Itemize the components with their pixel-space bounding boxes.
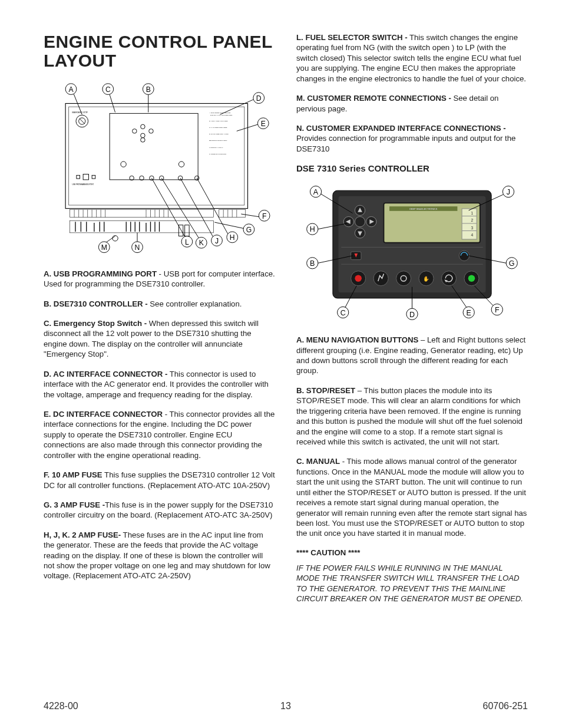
item-L: L. FUEL SELECTOR SWITCH - This switch ch… [296,32,528,84]
callout-A: A [68,85,74,94]
ctrl-item-C: C. MANUAL - This mode allows manual cont… [296,456,528,538]
svg-rect-98 [462,209,477,239]
caution-body: IF THE POWER FAILS WHILE RUNNING IN THE … [296,563,528,604]
svg-point-122 [373,271,388,286]
svg-rect-5 [110,113,198,180]
ctrl-callout-A: A [313,188,319,196]
svg-text:4: 4 [471,233,474,237]
svg-text:✋: ✋ [423,275,429,282]
svg-point-127 [442,271,457,286]
ctrl-callout-D: D [409,311,415,319]
callout-E: E [261,120,266,128]
svg-rect-67 [185,225,190,236]
ctrl-item-B: B. STOP/RESET – This button places the m… [296,386,528,447]
svg-rect-0 [65,103,247,208]
svg-rect-30 [70,209,214,217]
ctrl-callout-F: F [495,306,500,314]
item-B: B. DSE7310 CONTROLLER - See controller e… [44,299,275,309]
svg-text:1: 1 [471,211,474,215]
item-G: G. 3 AMP FUSE -This fuse is in the power… [44,500,275,521]
svg-point-130 [468,275,475,282]
svg-text:CLEARS ALARM. PROVIDES TEST: CLEARS ALARM. PROVIDES TEST [210,114,233,116]
svg-point-6 [133,129,137,133]
ctrl-callout-H: H [310,226,315,234]
svg-point-121 [355,275,362,282]
svg-text:C. LAMP TEST/MENU USED: C. LAMP TEST/MENU USED [209,127,227,129]
svg-text:G. PRESS START BUTTON: G. PRESS START BUTTON [209,153,227,154]
svg-line-81 [214,222,243,228]
svg-line-75 [220,100,253,114]
svg-text:F. CONFIRM MANUAL: F. CONFIRM MANUAL [209,146,223,148]
tiny-label-estop: EMERGENCY STOP [72,111,87,114]
ctrl-screen-label: DEEP SEA ELECTRONICS [409,208,438,210]
item-M: M. CUSTOMER REMOTE CONNECTIONS - See det… [296,93,528,114]
ctrl-callout-B: B [310,259,315,268]
svg-line-91 [107,236,115,242]
ctrl-callout-J: J [507,188,510,196]
footer-page: 13 [44,701,528,711]
controller-figure: DEEP SEA ELECTRONICS 1 2 3 4 [296,179,528,327]
svg-point-8 [149,129,154,133]
callout-L: L [185,238,189,246]
callout-M: M [101,243,107,252]
svg-line-77 [237,124,258,131]
svg-point-10 [141,137,146,142]
tiny-label-usb: USB PROGRAMMING PORT [72,183,94,186]
item-F: F. 10 AMP FUSE This fuse supplies the DS… [44,470,275,490]
svg-text:B. AUTO: AUTOMATIC MODE: B. AUTO: AUTOMATIC MODE [209,120,228,121]
caution-heading: **** CAUTION **** [296,548,528,557]
item-A: A. USB PROGRAMMING PORT - USB port for c… [44,269,275,289]
callout-N: N [135,243,140,252]
svg-line-79 [241,214,259,217]
callout-C: C [105,85,111,94]
svg-point-7 [141,133,146,138]
callout-D: D [256,94,262,103]
item-E: E. DC INTERFACE CONNECTOR - This connect… [44,409,275,460]
panel-layout-figure: A. STOP/RESET: STOPS ENGINE / CLEARS ALA… [44,81,275,258]
svg-text:D. START: USED ONLY AFTER: D. START: USED ONLY AFTER [209,133,229,134]
svg-text:BEFORE STARTING CHECK: BEFORE STARTING CHECK [209,140,227,141]
svg-line-83 [197,178,228,234]
controller-heading: DSE 7310 Series CONTROLLER [296,163,528,173]
ctrl-callout-E: E [466,309,471,317]
item-N: N. CUSTOMER EXPANDED INTERFACE CONNECTIO… [296,123,528,154]
item-C: C. Emergency Stop Switch - When depresse… [44,318,275,360]
svg-line-85 [180,178,213,236]
svg-point-11 [121,162,126,167]
svg-point-9 [141,124,146,129]
item-HJK: H, J, K. 2 AMP FUSE- These fuses are in … [44,530,275,581]
item-D: D. AC INTERFACE CONNECTOR - This connect… [44,369,275,400]
svg-rect-21 [92,175,95,179]
callout-G: G [246,226,252,234]
svg-rect-1 [69,107,244,205]
page-title: ENGINE CONTROL PANEL LAYOUT [44,32,275,71]
svg-point-110 [355,217,365,227]
svg-text:3: 3 [471,226,474,230]
svg-rect-19 [77,175,80,179]
svg-rect-20 [83,174,88,179]
callout-J: J [215,236,219,245]
ctrl-callout-G: G [509,259,515,268]
ctrl-callout-C: C [340,309,346,317]
svg-line-4 [80,118,85,124]
ctrl-item-A: A. MENU NAVIGATION BUTTONS – Left and Ri… [296,335,528,376]
svg-point-123 [396,271,411,286]
svg-text:2: 2 [471,218,474,222]
callout-B: B [146,85,151,94]
callout-F: F [262,212,266,220]
callout-H: H [230,233,235,242]
svg-point-12 [178,162,184,167]
callout-K: K [199,239,204,247]
svg-text:A. STOP/RESET: STOPS ENGINE /: A. STOP/RESET: STOPS ENGINE / [209,112,232,113]
